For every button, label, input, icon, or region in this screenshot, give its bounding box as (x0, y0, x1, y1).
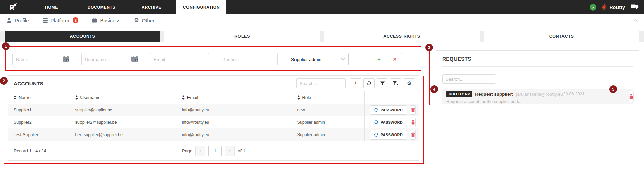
nav-tab-archive[interactable]: ARCHIVE (126, 0, 176, 14)
sort-icon (14, 95, 16, 100)
main-nav-tabs: HOME DOCUMENTS ARCHIVE CONFIGURATION (26, 0, 226, 14)
accounts-toolbar: + (296, 78, 415, 88)
lightning-bolt-icon (602, 4, 606, 10)
reset-password-button[interactable]: PASSWORD (370, 105, 407, 115)
tab-accounts[interactable]: ACCOUNTS (5, 31, 160, 42)
cell-username: ben.supplier@supplier.be (70, 128, 177, 141)
table-row: Test-Supplier ben.supplier@supplier.be i… (8, 128, 419, 141)
role-select[interactable]: Supplier admin (287, 53, 349, 65)
previous-page-button[interactable]: ‹ (195, 146, 205, 156)
delete-account-button[interactable] (410, 130, 416, 140)
cell-name: Test-Supplier (8, 128, 70, 141)
routty-logo-icon: R (8, 2, 18, 12)
chevron-down-icon (341, 56, 345, 60)
table-row: Supplier1 supplier@suplier.be info@routt… (8, 104, 419, 116)
cell-username: supplier2@supplier.be (70, 116, 177, 128)
cell-username: supplier@suplier.be (70, 104, 177, 116)
sort-icon (297, 95, 300, 100)
subnav-label-platform: Platform (51, 17, 69, 23)
cell-email: info@routty.eu (177, 116, 292, 128)
page-label: Page (182, 148, 192, 153)
pagination: Page ‹ › of 1 (182, 146, 245, 156)
tab-access-rights[interactable]: ACCESS RIGHTS (324, 31, 480, 42)
accounts-search-input[interactable] (296, 78, 346, 88)
subnav-item-other[interactable]: ⚙ Other (134, 17, 154, 23)
filter-icon (380, 81, 385, 86)
input-mask-icon: ••• 8 (131, 56, 138, 62)
cell-name: Supplier2 (8, 116, 70, 128)
top-navigation-bar: R HOME DOCUMENTS ARCHIVE CONFIGURATION R… (0, 0, 644, 14)
column-header-role[interactable]: Role (292, 91, 365, 104)
delete-account-button[interactable] (410, 105, 416, 115)
subnav-label-business: Business (100, 17, 120, 23)
input-mask-icon: ••• 8 (63, 56, 69, 62)
clear-form-button[interactable]: ✕ (388, 53, 402, 65)
collapse-chevron-up-icon[interactable] (634, 19, 638, 23)
request-list-item: ROUTTY NV Request supplier: jan.janssens… (442, 89, 633, 104)
cell-email: info@routty.eu (177, 104, 292, 116)
company-badge: ROUTTY NV (446, 91, 472, 97)
nav-tab-configuration[interactable]: CONFIGURATION (176, 0, 226, 14)
subnav-item-platform[interactable]: Platform 2 (43, 17, 79, 23)
cell-email: info@routty.eu (177, 128, 292, 141)
platform-count-badge: 2 (73, 17, 78, 23)
email-input[interactable] (150, 53, 209, 65)
filter-button[interactable] (377, 78, 388, 88)
column-header-username[interactable]: Username (70, 91, 177, 104)
accounts-panel-header: ACCOUNTS + (8, 76, 419, 91)
page-total-label: of 1 (238, 148, 245, 153)
column-header-name[interactable]: Name (8, 91, 70, 104)
refresh-button[interactable] (363, 78, 375, 88)
brand-group: Routty (602, 4, 625, 10)
partner-field-wrap (219, 53, 278, 65)
add-account-button[interactable]: + (372, 53, 386, 65)
cell-role: Supplier admin (292, 128, 365, 141)
routty-logo[interactable]: R (0, 0, 26, 14)
page: R HOME DOCUMENTS ARCHIVE CONFIGURATION R… (0, 0, 644, 193)
next-page-button[interactable]: › (225, 146, 235, 156)
delete-account-button[interactable] (410, 118, 416, 127)
filter-clear-icon (393, 81, 398, 86)
username-field-wrap: ••• 8 (81, 53, 140, 65)
annotation-circle-1: 1 (2, 42, 10, 50)
cell-role: Supplier admin (292, 116, 365, 128)
divider (442, 66, 633, 67)
record-count: Record 1 - 4 of 4 (14, 148, 46, 153)
gear-icon: ⚙ (407, 80, 411, 86)
subnav-item-business[interactable]: Business (92, 17, 120, 23)
gear-icon: ⚙ (134, 17, 139, 23)
status-check-icon (590, 4, 596, 11)
trash-icon (629, 94, 633, 99)
nav-tab-documents[interactable]: DOCUMENTS (76, 0, 126, 14)
role-select-value: Supplier admin (291, 57, 321, 62)
add-row-button[interactable]: + (350, 78, 361, 88)
request-description: Request account for the supplier portal (446, 99, 563, 104)
column-header-actions (364, 91, 419, 104)
partner-input[interactable] (219, 53, 278, 65)
table-row: Supplier2 supplier2@supplier.be info@rou… (8, 116, 419, 128)
reset-password-button[interactable]: PASSWORD (370, 130, 407, 140)
column-header-email[interactable]: Email (177, 91, 292, 104)
trash-icon (411, 132, 415, 137)
reset-password-button[interactable]: PASSWORD (370, 118, 407, 127)
refresh-icon (374, 108, 378, 112)
settings-button[interactable]: ⚙ (404, 78, 415, 88)
requests-search-input[interactable] (442, 74, 496, 84)
tab-roles[interactable]: ROLES (164, 31, 320, 42)
request-heading: Request supplier: (475, 92, 513, 97)
chat-icon[interactable] (631, 4, 639, 10)
nav-tab-home[interactable]: HOME (26, 0, 76, 14)
request-date: 28-06-2021 (563, 89, 585, 104)
subnav-label-profile: Profile (15, 17, 29, 23)
requests-panel: REQUESTS ROUTTY NV Request supplier: jan… (436, 50, 639, 106)
topnav-right-section: Routty (590, 0, 644, 14)
tab-contacts[interactable]: CONTACTS (484, 31, 639, 42)
brand-name: Routty (609, 5, 625, 10)
trash-icon (411, 120, 415, 125)
annotation-circle-3: 3 (425, 44, 433, 51)
subnav-item-profile[interactable]: Profile (7, 17, 29, 23)
delete-request-button[interactable] (629, 91, 634, 102)
page-number-input[interactable] (208, 146, 222, 156)
secondary-navigation-bar: Profile Platform 2 Business ⚙ Other (0, 14, 644, 26)
clear-filter-button[interactable] (390, 78, 401, 88)
